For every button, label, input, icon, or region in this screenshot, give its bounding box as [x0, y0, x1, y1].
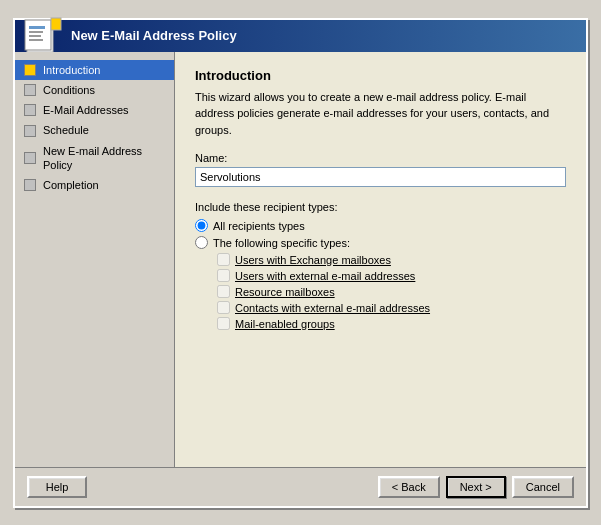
email-addresses-icon [23, 103, 37, 117]
schedule-icon [23, 124, 37, 138]
next-button[interactable]: Next > [446, 476, 506, 498]
checkbox-group: Users with Exchange mailboxes Users with… [217, 253, 566, 330]
checkbox-resource-mailboxes[interactable]: Resource mailboxes [217, 285, 566, 298]
radio-all-label: All recipients types [213, 220, 305, 232]
radio-group: All recipients types The following speci… [195, 219, 566, 249]
footer-right: < Back Next > Cancel [378, 476, 574, 498]
sidebar-item-completion[interactable]: Completion [15, 175, 174, 195]
checkbox-exchange-label: Users with Exchange mailboxes [235, 254, 391, 266]
checkbox-contacts-external[interactable]: Contacts with external e-mail addresses [217, 301, 566, 314]
svg-rect-2 [29, 26, 45, 29]
dialog-footer: Help < Back Next > Cancel [15, 467, 586, 506]
dialog-title: New E-Mail Address Policy [71, 28, 237, 43]
main-content: Introduction This wizard allows you to c… [175, 52, 586, 467]
svg-rect-4 [29, 35, 41, 37]
checkbox-resource-label: Resource mailboxes [235, 286, 335, 298]
wizard-title-icon [23, 16, 63, 56]
name-label: Name: [195, 152, 566, 164]
checkbox-contacts-label: Contacts with external e-mail addresses [235, 302, 430, 314]
dialog-window: New E-Mail Address Policy Introduction C… [13, 18, 588, 508]
svg-rect-3 [29, 31, 43, 33]
new-policy-icon [23, 151, 37, 165]
recipient-group-label: Include these recipient types: [195, 201, 566, 213]
conditions-icon [23, 83, 37, 97]
radio-all-input[interactable] [195, 219, 208, 232]
dialog-body: Introduction Conditions E-Mail Addresses… [15, 52, 586, 467]
sidebar-item-introduction[interactable]: Introduction [15, 60, 174, 80]
checkbox-mail-enabled-groups[interactable]: Mail-enabled groups [217, 317, 566, 330]
sidebar-item-email-addresses[interactable]: E-Mail Addresses [15, 100, 174, 120]
email-addresses-label: E-Mail Addresses [43, 103, 129, 117]
completion-icon [23, 178, 37, 192]
checkbox-external-label: Users with external e-mail addresses [235, 270, 415, 282]
svg-rect-5 [29, 39, 43, 41]
section-description: This wizard allows you to create a new e… [195, 89, 566, 139]
checkbox-external-email[interactable]: Users with external e-mail addresses [217, 269, 566, 282]
title-bar: New E-Mail Address Policy [15, 20, 586, 52]
checkbox-mailgroups-label: Mail-enabled groups [235, 318, 335, 330]
radio-all-recipients[interactable]: All recipients types [195, 219, 566, 232]
radio-specific-label: The following specific types: [213, 237, 350, 249]
footer-left: Help [27, 476, 87, 498]
checkbox-contacts-input[interactable] [217, 301, 230, 314]
sidebar-item-conditions[interactable]: Conditions [15, 80, 174, 100]
sidebar: Introduction Conditions E-Mail Addresses… [15, 52, 175, 467]
schedule-label: Schedule [43, 123, 89, 137]
sidebar-item-new-policy[interactable]: New E-mail Address Policy [15, 141, 174, 176]
checkbox-resource-input[interactable] [217, 285, 230, 298]
radio-specific-types[interactable]: The following specific types: [195, 236, 566, 249]
introduction-icon [23, 63, 37, 77]
checkbox-mailgroups-input[interactable] [217, 317, 230, 330]
back-button[interactable]: < Back [378, 476, 440, 498]
sidebar-item-schedule[interactable]: Schedule [15, 120, 174, 140]
introduction-label: Introduction [43, 63, 100, 77]
cancel-button[interactable]: Cancel [512, 476, 574, 498]
checkbox-exchange-input[interactable] [217, 253, 230, 266]
help-button[interactable]: Help [27, 476, 87, 498]
name-input[interactable] [195, 167, 566, 187]
svg-rect-6 [51, 18, 61, 30]
completion-label: Completion [43, 178, 99, 192]
radio-specific-input[interactable] [195, 236, 208, 249]
conditions-label: Conditions [43, 83, 95, 97]
section-title: Introduction [195, 68, 566, 83]
new-policy-label: New E-mail Address Policy [43, 144, 166, 173]
checkbox-exchange-mailboxes[interactable]: Users with Exchange mailboxes [217, 253, 566, 266]
checkbox-external-input[interactable] [217, 269, 230, 282]
